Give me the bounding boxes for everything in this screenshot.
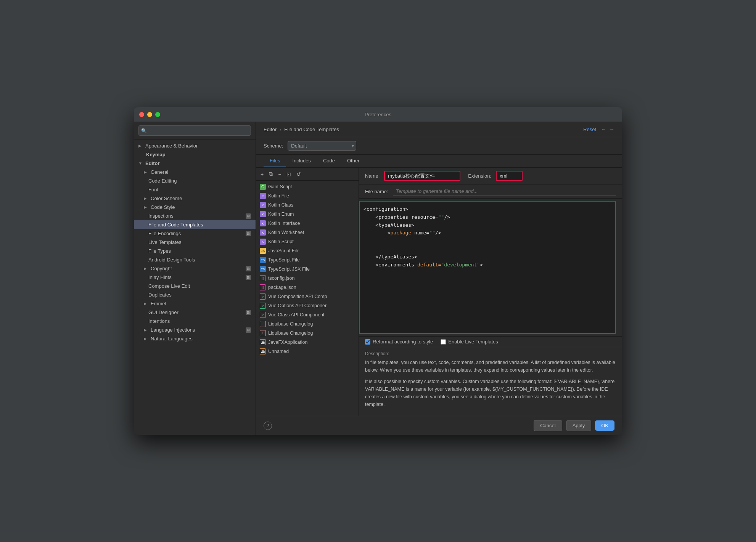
sidebar-item-keymap[interactable]: Keymap bbox=[134, 150, 256, 159]
scheme-label: Scheme: bbox=[264, 143, 283, 149]
close-button[interactable] bbox=[139, 112, 144, 117]
xml-bracket: < bbox=[375, 222, 378, 228]
search-input[interactable] bbox=[138, 125, 251, 136]
sidebar-item-label: Editor bbox=[145, 160, 160, 166]
sidebar-item-general[interactable]: ▶ General bbox=[134, 168, 256, 176]
chevron-right-icon: ▶ bbox=[144, 196, 148, 200]
xml-icon: </> bbox=[260, 321, 266, 327]
back-arrow-icon[interactable]: ← bbox=[601, 126, 606, 132]
sidebar-item-label: Code Style bbox=[151, 204, 175, 210]
file-item[interactable]: TS TypeScript File bbox=[256, 255, 359, 265]
sidebar-item-emmet[interactable]: ▶ Emmet bbox=[134, 299, 256, 308]
sidebar-item-file-code-templates[interactable]: File and Code Templates bbox=[134, 220, 256, 229]
minimize-button[interactable] bbox=[147, 112, 152, 117]
search-icon: 🔍 bbox=[141, 128, 147, 133]
sidebar-item-code-style[interactable]: ▶ Code Style bbox=[134, 203, 256, 212]
file-item[interactable]: K Kotlin Worksheet bbox=[256, 228, 359, 237]
file-item[interactable]: K Kotlin Class bbox=[256, 200, 359, 210]
file-item-label: Kotlin Script bbox=[268, 239, 294, 244]
code-editor[interactable]: <configuration> <properties resource=""/… bbox=[359, 201, 616, 334]
sidebar-item-compose-live-edit[interactable]: Compose Live Edit bbox=[134, 282, 256, 290]
duplicate-button[interactable]: ⊡ bbox=[285, 170, 293, 178]
file-item[interactable]: JS JavaScript File bbox=[256, 246, 359, 255]
sidebar-item-duplicates[interactable]: Duplicates bbox=[134, 290, 256, 299]
sidebar-item-language-injections[interactable]: ▶ Language Injections ⊞ bbox=[134, 326, 256, 334]
tab-other[interactable]: Other bbox=[341, 155, 366, 167]
apply-button[interactable]: Apply bbox=[566, 420, 592, 431]
file-item-label: Kotlin File bbox=[268, 193, 289, 199]
js-icon: JS bbox=[260, 248, 266, 254]
file-item[interactable]: {} tsconfig.json bbox=[256, 274, 359, 283]
reset-file-button[interactable]: ↺ bbox=[295, 170, 302, 178]
copy-button[interactable]: ⧉ bbox=[267, 170, 274, 178]
file-item-label: Kotlin Interface bbox=[268, 221, 300, 226]
sidebar-item-label: Natural Languages bbox=[151, 336, 193, 342]
tab-code[interactable]: Code bbox=[317, 155, 341, 167]
cancel-button[interactable]: Cancel bbox=[534, 420, 562, 431]
file-item[interactable]: V Vue Class API Component bbox=[256, 310, 359, 319]
sidebar-item-gui-designer[interactable]: GUI Designer ⊞ bbox=[134, 308, 256, 317]
sidebar-item-label: Language Injections bbox=[151, 327, 195, 333]
xml-bracket: < bbox=[375, 262, 378, 268]
sidebar-item-intentions[interactable]: Intentions bbox=[134, 317, 256, 326]
code-line bbox=[364, 245, 611, 253]
sidebar-item-font[interactable]: Font bbox=[134, 185, 256, 194]
scheme-select[interactable]: Default bbox=[288, 141, 356, 151]
sidebar-item-label: Compose Live Edit bbox=[148, 283, 190, 289]
help-button[interactable]: ? bbox=[264, 422, 272, 430]
sidebar-item-file-encodings[interactable]: File Encodings ⊞ bbox=[134, 229, 256, 238]
file-item-label: Vue Class API Component bbox=[268, 312, 325, 318]
code-line: <environments default="development"> bbox=[364, 261, 611, 269]
sidebar-item-copyright[interactable]: ▶ Copyright ⊞ bbox=[134, 264, 256, 273]
file-item[interactable]: V Vue Options API Componer bbox=[256, 301, 359, 310]
name-input[interactable] bbox=[384, 171, 460, 181]
chevron-right-icon: ▶ bbox=[144, 205, 148, 209]
remove-button[interactable]: − bbox=[277, 170, 283, 178]
sidebar-item-label: Live Templates bbox=[148, 239, 181, 245]
file-item[interactable]: G Gant Script bbox=[256, 182, 359, 191]
file-item[interactable]: L Liquibase Changelog bbox=[256, 329, 359, 338]
badge-icon: ⊞ bbox=[246, 327, 251, 333]
file-item[interactable]: K Kotlin Interface bbox=[256, 219, 359, 228]
sidebar-item-label: Inlay Hints bbox=[148, 274, 172, 280]
file-item[interactable]: ☕ JavaFXApplication bbox=[256, 338, 359, 347]
maximize-button[interactable] bbox=[155, 112, 160, 117]
sidebar-item-inspections[interactable]: Inspections ⊞ bbox=[134, 212, 256, 220]
xml-bracket: > bbox=[411, 222, 414, 228]
file-item[interactable]: K Kotlin Script bbox=[256, 237, 359, 246]
sidebar-item-android-design[interactable]: Android Design Tools bbox=[134, 255, 256, 264]
live-templates-checkbox[interactable] bbox=[441, 339, 446, 345]
forward-arrow-icon[interactable]: → bbox=[609, 126, 614, 132]
xml-bracket: > bbox=[414, 254, 417, 260]
sidebar-item-label: Android Design Tools bbox=[148, 257, 195, 263]
reformat-label: Reformat according to style bbox=[373, 339, 433, 345]
sidebar-item-natural-languages[interactable]: ▶ Natural Languages bbox=[134, 334, 256, 343]
tab-includes[interactable]: Includes bbox=[286, 155, 317, 167]
add-button[interactable]: + bbox=[259, 170, 265, 178]
sidebar-item-label: GUI Designer bbox=[148, 309, 179, 315]
file-item[interactable]: K Kotlin File bbox=[256, 191, 359, 200]
file-item[interactable]: {} package.json bbox=[256, 283, 359, 292]
sidebar-item-file-types[interactable]: File Types bbox=[134, 247, 256, 255]
sidebar-item-color-scheme[interactable]: ▶ Color Scheme bbox=[134, 194, 256, 203]
filename-input[interactable] bbox=[393, 187, 616, 196]
file-item[interactable]: </> Liquibase Changelog bbox=[256, 319, 359, 329]
sidebar-item-appearance[interactable]: ▶ Appearance & Behavior bbox=[134, 141, 256, 150]
file-item[interactable]: ☕ Unnamed bbox=[256, 347, 359, 356]
sidebar-item-editor[interactable]: ▼ Editor bbox=[134, 159, 256, 168]
code-line: </typeAliases> bbox=[364, 253, 611, 261]
xml-bracket: </ bbox=[375, 254, 381, 260]
sidebar-item-label: Inspections bbox=[148, 213, 174, 219]
sidebar-item-inlay-hints[interactable]: Inlay Hints ⊞ bbox=[134, 273, 256, 282]
extension-input[interactable] bbox=[496, 171, 523, 181]
ts-icon: TS bbox=[260, 257, 266, 263]
ok-button[interactable]: OK bbox=[595, 420, 614, 431]
reset-button[interactable]: Reset bbox=[583, 127, 596, 132]
sidebar-item-code-editing[interactable]: Code Editing bbox=[134, 176, 256, 185]
file-item[interactable]: TS TypeScript JSX File bbox=[256, 265, 359, 274]
file-item[interactable]: V Vue Composition API Comp bbox=[256, 292, 359, 301]
file-item[interactable]: K Kotlin Enum bbox=[256, 210, 359, 219]
tab-files[interactable]: Files bbox=[264, 155, 286, 167]
sidebar-item-live-templates[interactable]: Live Templates bbox=[134, 238, 256, 247]
reformat-checkbox[interactable] bbox=[365, 339, 370, 345]
